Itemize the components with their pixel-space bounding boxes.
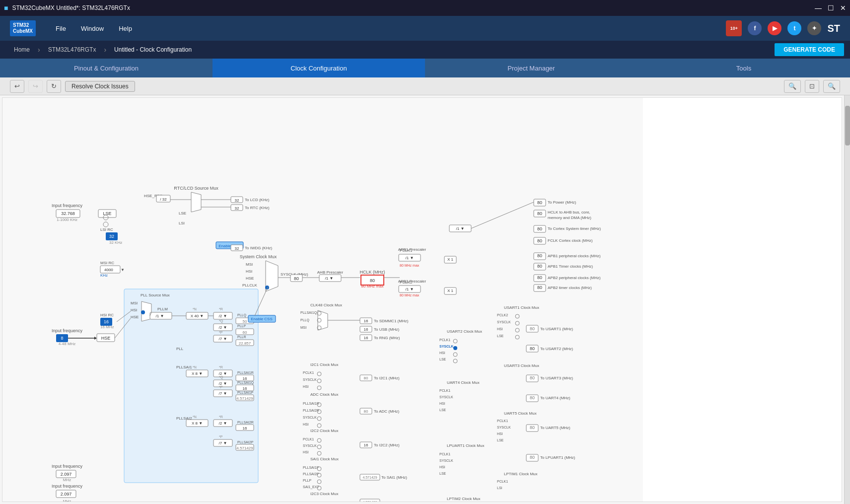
logo: STM32CubeMX: [10, 20, 36, 36]
svg-text:PCLK1: PCLK1: [497, 419, 508, 423]
breadcrumb-bar: Home › STM32L476RGTx › Untitled - Clock …: [0, 41, 850, 59]
svg-text:LPTIM2 Clock Mux: LPTIM2 Clock Mux: [447, 497, 481, 501]
svg-text:80: 80: [364, 409, 368, 414]
svg-text:Input frequency: Input frequency: [52, 484, 83, 489]
svg-text:80: 80: [530, 425, 535, 430]
svg-text:80: 80: [537, 211, 542, 216]
svg-text:LSE: LSE: [497, 334, 504, 338]
svg-text:/1  ▼: /1 ▼: [406, 287, 414, 291]
maximize-button[interactable]: ☐: [828, 4, 834, 12]
svg-text:HSI: HSI: [246, 269, 252, 274]
svg-text:HCLK to AHB bus, core,: HCLK to AHB bus, core,: [548, 210, 590, 215]
tab-project[interactable]: Project Manager: [425, 59, 638, 77]
breadcrumb-clock[interactable]: Untitled - Clock Configuration: [106, 43, 200, 56]
close-button[interactable]: ✕: [840, 4, 846, 12]
svg-text:Input frequency: Input frequency: [52, 203, 83, 208]
svg-text:▼: ▼: [121, 268, 125, 272]
tab-tools[interactable]: Tools: [638, 59, 850, 77]
svg-text:MHz: MHz: [63, 478, 71, 482]
svg-text:32: 32: [235, 246, 239, 251]
svg-text:UART5 Clock Mux: UART5 Clock Mux: [504, 411, 537, 416]
svg-text:*Q: *Q: [219, 375, 223, 379]
svg-text:PCLK1: PCLK1: [497, 480, 508, 483]
scrollbar-thumb[interactable]: [845, 106, 850, 145]
svg-text:/ 32: / 32: [160, 197, 167, 202]
svg-text:/1  ▼: /1 ▼: [456, 226, 465, 231]
svg-text:16: 16: [243, 376, 247, 381]
generate-code-button[interactable]: GENERATE CODE: [775, 43, 844, 56]
minimize-button[interactable]: —: [815, 4, 822, 12]
youtube-icon[interactable]: ▶: [768, 21, 781, 35]
svg-text:4.571429: 4.571429: [362, 476, 377, 479]
svg-text:4.571429: 4.571429: [236, 446, 253, 450]
tab-pinout[interactable]: Pinout & Configuration: [0, 59, 212, 77]
svg-text:PLLSAI2R: PLLSAI2R: [237, 421, 254, 424]
menu-file[interactable]: File: [56, 25, 66, 32]
svg-text:HSE: HSE: [246, 276, 254, 281]
menu-window[interactable]: Window: [81, 25, 104, 32]
fit-button[interactable]: ⊡: [805, 80, 819, 93]
svg-text:16 MHz: 16 MHz: [100, 325, 114, 329]
svg-text:MHz: MHz: [63, 499, 71, 502]
redo-button[interactable]: ↪: [28, 80, 43, 93]
svg-text:CLK48 Clock Mux: CLK48 Clock Mux: [310, 303, 342, 307]
svg-text:LSI RC: LSI RC: [100, 227, 113, 232]
svg-text:KHz: KHz: [100, 273, 108, 278]
svg-text:80 MHz max: 80 MHz max: [361, 284, 384, 288]
breadcrumb-chip[interactable]: STM32L476RGTx: [40, 43, 104, 56]
menu-help[interactable]: Help: [119, 25, 132, 32]
svg-text:PLL: PLL: [176, 347, 184, 351]
svg-text:4.571429: 4.571429: [362, 501, 377, 502]
refresh-button[interactable]: ↻: [47, 80, 61, 93]
star-icon[interactable]: ✦: [807, 21, 821, 35]
svg-text:PLLSAI1P: PLLSAI1P: [237, 391, 254, 394]
svg-text:MSI: MSI: [131, 301, 138, 305]
svg-text:To I2C2 (MHz): To I2C2 (MHz): [374, 443, 400, 447]
svg-text:System Clock Mux: System Clock Mux: [240, 254, 277, 259]
svg-text:To RNG (MHz): To RNG (MHz): [374, 336, 400, 340]
facebook-icon[interactable]: f: [748, 21, 762, 35]
svg-text:80: 80: [294, 276, 299, 281]
zoom-in-button[interactable]: 🔍: [784, 80, 801, 93]
svg-text:PLLR: PLLR: [237, 335, 246, 339]
breadcrumb-home[interactable]: Home: [6, 43, 38, 56]
svg-text:To LPUART1 (MHz): To LPUART1 (MHz): [540, 455, 575, 460]
main-area: Input frequency 32.768 1-1000 KHz LSE LS…: [0, 95, 850, 504]
svg-text:80: 80: [537, 275, 542, 280]
svg-text:16: 16: [243, 386, 247, 391]
logo-text: STM32CubeMX: [13, 22, 33, 34]
svg-text:SYSCLK: SYSCLK: [303, 378, 317, 381]
svg-text:USART3 Clock Mux: USART3 Clock Mux: [504, 363, 539, 368]
svg-text:APB2 timer clocks (MHz): APB2 timer clocks (MHz): [548, 286, 592, 290]
vertical-scrollbar[interactable]: [844, 95, 850, 504]
svg-text:16: 16: [104, 319, 109, 324]
svg-text:PLLSAI1R: PLLSAI1R: [303, 402, 319, 405]
zoom-out-button[interactable]: 🔍: [823, 80, 840, 93]
svg-text:APB1 peripheral clocks (MHz): APB1 peripheral clocks (MHz): [548, 254, 601, 258]
svg-text:PLL Source Mux: PLL Source Mux: [141, 293, 170, 297]
svg-text:memory and DMA (MHz): memory and DMA (MHz): [548, 216, 591, 220]
svg-text:PLLSAI1Q: PLLSAI1Q: [237, 381, 254, 385]
svg-text:HSI: HSI: [439, 402, 445, 405]
svg-text:/2  ▼: /2 ▼: [219, 325, 227, 330]
svg-text:PLLSAI2R: PLLSAI2R: [303, 409, 319, 412]
resolve-clock-button[interactable]: Resolve Clock Issues: [65, 81, 135, 92]
svg-text:80: 80: [530, 346, 535, 351]
tab-clock[interactable]: Clock Configuration: [212, 59, 425, 77]
clock-canvas: Input frequency 32.768 1-1000 KHz LSE LS…: [2, 97, 842, 502]
svg-text:SYSCLK: SYSCLK: [439, 345, 453, 348]
svg-text:I2C2 Clock Mux: I2C2 Clock Mux: [310, 429, 338, 433]
undo-button[interactable]: ↩: [10, 80, 24, 93]
menu-items: File Window Help: [56, 25, 132, 32]
svg-text:MSI: MSI: [246, 262, 253, 267]
svg-text:80: 80: [530, 455, 535, 460]
svg-text:80: 80: [537, 238, 542, 243]
twitter-icon[interactable]: t: [787, 21, 801, 35]
svg-text:X 1: X 1: [447, 257, 454, 262]
svg-text:80: 80: [364, 376, 368, 380]
svg-point-128: [141, 310, 145, 314]
svg-text:/7  ▼: /7 ▼: [219, 391, 227, 396]
svg-text:HSI: HSI: [303, 450, 309, 454]
st-logo[interactable]: ST: [827, 23, 840, 34]
svg-text:16: 16: [364, 319, 368, 323]
